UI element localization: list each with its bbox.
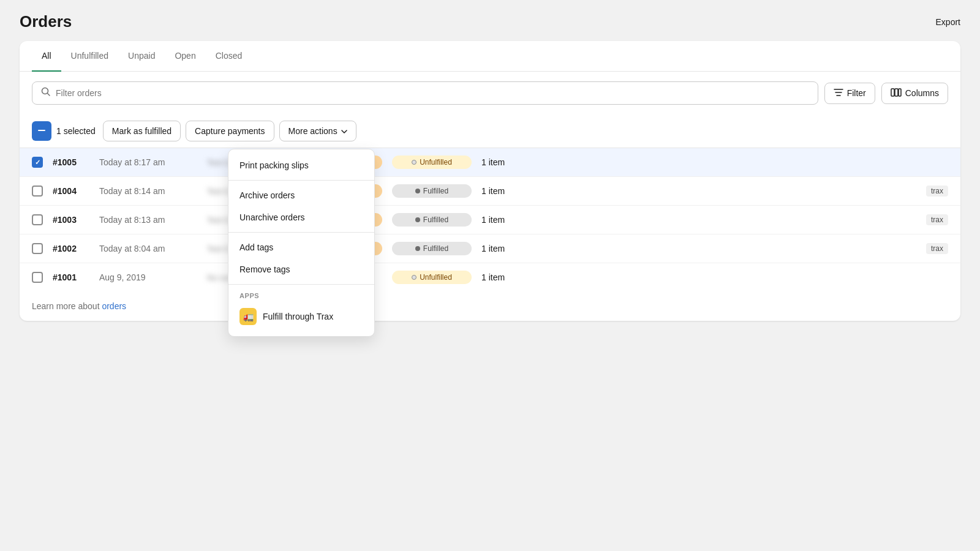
order-date-1005: Today at 8:17 am — [99, 157, 197, 167]
filter-button[interactable]: Filter — [824, 83, 875, 104]
row-checkbox-1005[interactable] — [32, 157, 43, 168]
columns-label: Columns — [905, 88, 939, 98]
order-tag-1004: trax — [926, 186, 948, 197]
more-actions-dropdown: Print packing slips Archive orders Unarc… — [228, 149, 375, 337]
svg-rect-8 — [38, 130, 45, 131]
order-date-1001: Aug 9, 2019 — [99, 272, 197, 282]
fulfillment-badge-1004: Fulfilled — [392, 184, 472, 198]
tab-closed[interactable]: Closed — [206, 41, 252, 72]
search-icon — [41, 87, 51, 99]
order-number-1005[interactable]: #1005 — [53, 157, 89, 167]
fulfillment-badge-1005: Unfulfilled — [392, 156, 472, 169]
apps-section-label: APPS — [228, 288, 374, 302]
main-card: All Unfulfilled Unpaid Open Closed — [20, 41, 960, 321]
fulfillment-badge-1001: Unfulfilled — [392, 271, 472, 284]
svg-rect-7 — [899, 89, 901, 96]
row-checkbox-1003[interactable] — [32, 214, 43, 225]
row-checkbox-1004[interactable] — [32, 186, 43, 197]
dropdown-item-trax[interactable]: 🚛 Fulfill through Trax — [228, 302, 374, 331]
unfulfilled-dot — [412, 160, 417, 165]
row-checkbox-1002[interactable] — [32, 243, 43, 254]
order-date-1002: Today at 8:04 am — [99, 244, 197, 253]
order-items-1004: 1 item — [481, 186, 916, 196]
order-number-1003[interactable]: #1003 — [53, 215, 89, 225]
capture-payments-button[interactable]: Capture payments — [186, 121, 274, 141]
chevron-down-icon — [341, 126, 347, 136]
order-items-1002: 1 item — [481, 244, 916, 253]
search-bar-row: Filter Columns — [20, 72, 960, 114]
table-row: #1004 Today at 8:14 am Test Customer nt … — [20, 177, 960, 206]
dropdown-item-remove-tags[interactable]: Remove tags — [228, 258, 374, 280]
columns-button[interactable]: Columns — [881, 83, 948, 104]
dropdown-divider-2 — [228, 232, 374, 233]
tab-all[interactable]: All — [32, 41, 61, 72]
svg-rect-5 — [891, 89, 894, 96]
order-tag-1002: trax — [926, 243, 948, 254]
action-bar: 1 selected Mark as fulfilled Capture pay… — [20, 114, 960, 148]
export-button[interactable]: Export — [936, 17, 960, 27]
order-items-1001: 1 item — [481, 272, 948, 282]
order-items-1005: 1 item — [481, 157, 948, 167]
fulfilled-dot — [415, 217, 420, 222]
page-header: Orders Export — [0, 0, 980, 41]
table-row: #1003 Today at 8:13 am Test Customer nt … — [20, 206, 960, 234]
tabs-bar: All Unfulfilled Unpaid Open Closed — [20, 41, 960, 72]
page-title: Orders — [20, 12, 72, 31]
columns-icon — [891, 88, 902, 99]
dropdown-item-print-packing-slips[interactable]: Print packing slips — [228, 154, 374, 176]
more-actions-button[interactable]: More actions — [279, 121, 356, 141]
dropdown-item-add-tags[interactable]: Add tags — [228, 236, 374, 258]
order-number-1001[interactable]: #1001 — [53, 272, 89, 282]
order-tag-1003: trax — [926, 214, 948, 225]
selected-count-label: 1 selected — [56, 126, 96, 136]
fulfilled-dot — [415, 189, 420, 193]
mark-fulfilled-button[interactable]: Mark as fulfilled — [103, 121, 181, 141]
table-row: #1005 Today at 8:17 am Test Customer nt … — [20, 148, 960, 177]
order-number-1002[interactable]: #1002 — [53, 244, 89, 253]
orders-table: #1005 Today at 8:17 am Test Customer nt … — [20, 148, 960, 291]
unfulfilled-dot — [412, 275, 417, 280]
order-date-1004: Today at 8:14 am — [99, 186, 197, 196]
fulfillment-badge-1003: Fulfilled — [392, 213, 472, 227]
orders-learn-more-link[interactable]: orders — [102, 301, 126, 311]
svg-line-1 — [48, 94, 50, 96]
order-items-1003: 1 item — [481, 215, 916, 225]
dropdown-divider-3 — [228, 284, 374, 285]
learn-more-row: Learn more about orders — [20, 291, 960, 321]
order-date-1003: Today at 8:13 am — [99, 215, 197, 225]
tab-unfulfilled[interactable]: Unfulfilled — [61, 41, 118, 72]
dropdown-item-unarchive-orders[interactable]: Unarchive orders — [228, 206, 374, 228]
table-row: #1002 Today at 8:04 am Test Customer nt … — [20, 234, 960, 263]
row-checkbox-1001[interactable] — [32, 272, 43, 283]
search-input-wrap — [32, 81, 818, 105]
trax-icon: 🚛 — [239, 308, 257, 325]
svg-rect-6 — [895, 89, 898, 96]
select-all-indicator[interactable] — [32, 121, 51, 141]
order-number-1004[interactable]: #1004 — [53, 186, 89, 196]
tab-unpaid[interactable]: Unpaid — [118, 41, 165, 72]
filter-icon — [834, 88, 843, 99]
tab-open[interactable]: Open — [165, 41, 205, 72]
dropdown-divider-1 — [228, 180, 374, 181]
filter-label: Filter — [847, 88, 866, 98]
search-input[interactable] — [56, 88, 809, 98]
table-row: #1001 Aug 9, 2019 No customer Unfulfille… — [20, 263, 960, 291]
fulfillment-badge-1002: Fulfilled — [392, 242, 472, 255]
fulfilled-dot — [415, 246, 420, 251]
dropdown-item-archive-orders[interactable]: Archive orders — [228, 184, 374, 206]
